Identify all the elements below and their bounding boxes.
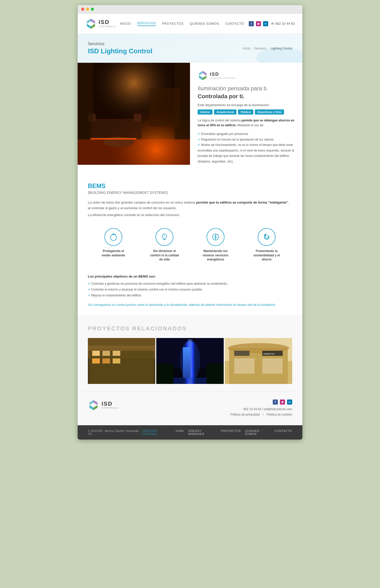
footer-bottom: © 2018 ISD · Ibérica | Diseño: Desarroll…	[78, 425, 302, 440]
svg-rect-32	[113, 351, 120, 356]
logo-area[interactable]: ISD CONTROLS	[85, 18, 115, 29]
content-desc: La lógica de control del sistema permite…	[198, 118, 295, 128]
tag-publico: Público	[238, 109, 253, 115]
svg-marker-19	[203, 76, 207, 80]
svg-marker-16	[203, 71, 207, 76]
content-image	[78, 63, 190, 172]
isd-lc-logo: ISD LIGHTING CONTROL	[198, 70, 295, 81]
svg-rect-30	[92, 351, 100, 356]
privacy-link[interactable]: Política de privacidad	[231, 412, 260, 418]
project-thumb-1[interactable]	[88, 338, 155, 384]
footer-nav-hvac[interactable]: HVAC	[176, 429, 184, 435]
footer-nav: LIGHTING CONTROL HVAC ENERGY MANAGER PRO…	[142, 429, 292, 435]
icon-sustainability: Fomentando la sostenibilidad y el ahorro	[251, 228, 282, 262]
svg-rect-39	[156, 364, 173, 384]
svg-point-46	[180, 341, 200, 381]
svg-rect-40	[207, 364, 224, 384]
maximize-dot[interactable]	[91, 8, 94, 11]
nav-links: INICIO SERVICIOS PROYECTOS QUIÉNES SOMOS…	[120, 21, 244, 26]
logo-isd: ISD	[99, 19, 115, 25]
footer-nav-lighting[interactable]: LIGHTING CONTROL	[142, 429, 172, 435]
tags-row: Interior Arquitectural Público Deportivo…	[198, 109, 295, 115]
svg-rect-8	[90, 119, 141, 139]
cookies-link[interactable]: Política de cookies	[267, 412, 292, 418]
nav-quienes[interactable]: QUIÉNES SOMOS	[190, 22, 219, 26]
svg-marker-0	[91, 19, 95, 24]
bems-section: BEMS (BUILDING ENERGY MANAGEMENT SYSTEMS…	[78, 172, 302, 315]
objective-3: Mejorar el mantenimiento del edificio.	[88, 293, 292, 298]
footer-facebook-icon[interactable]: f	[273, 399, 278, 405]
breadcrumb-servicios[interactable]: Servicios	[254, 47, 267, 50]
bems-intro: La unión de estos dos grandes campos de …	[88, 200, 292, 211]
footer-linkedin-icon[interactable]: in	[287, 399, 292, 405]
svg-rect-33	[92, 358, 100, 364]
check-item-1: Encendido apagado por presencia.	[198, 131, 295, 137]
facebook-icon[interactable]: f	[249, 21, 254, 26]
footer-nav-quienes[interactable]: QUIÉNES SOMOS	[245, 429, 270, 435]
page-hero: Servicios ISD Lighting Control Inicio › …	[78, 34, 302, 63]
minimize-dot[interactable]	[86, 8, 89, 11]
footer-nav-energy[interactable]: ENERGY MANAGER	[188, 429, 217, 435]
objectives-title: Los principales objetivos de un BEMS son…	[88, 274, 292, 278]
svg-rect-47	[173, 378, 207, 384]
breadcrumb-inicio[interactable]: Inicio	[243, 47, 250, 50]
nav-inicio[interactable]: INICIO	[120, 22, 131, 26]
email-icon: ✉	[271, 22, 274, 26]
footer-logo-text: ISD CONTROLS	[102, 401, 118, 409]
svg-rect-35	[113, 358, 120, 364]
svg-rect-31	[102, 351, 110, 356]
objectives-list: Controlar y gestionar los procesos de co…	[88, 281, 292, 298]
linkedin-icon[interactable]: in	[263, 21, 268, 26]
svg-marker-59	[89, 405, 93, 410]
svg-marker-57	[93, 400, 98, 405]
project-thumb-2[interactable]	[156, 338, 224, 384]
nav-social: f ◉ in	[249, 21, 268, 26]
svg-rect-10	[134, 114, 141, 121]
svg-marker-17	[199, 71, 203, 76]
breadcrumb-current: Lighting Control	[271, 47, 292, 50]
svg-rect-53	[262, 358, 283, 374]
objective-1: Controlar y gestionar los procesos de co…	[88, 281, 292, 287]
svg-point-20	[110, 234, 116, 241]
close-dot[interactable]	[81, 8, 84, 11]
footer-nav-proyectos[interactable]: PROYECTOS	[221, 429, 241, 435]
breadcrumb-sep2: ›	[268, 47, 269, 50]
svg-rect-7	[78, 139, 190, 165]
nav-proyectos[interactable]: PROYECTOS	[162, 22, 184, 26]
sustainability-icon	[258, 228, 276, 246]
footer-logo-isd: ISD	[102, 401, 118, 407]
bems-subtitle: (BUILDING ENERGY MANAGEMENT SYSTEMS)	[88, 191, 292, 195]
tag-arquitectural: Arquitectural	[214, 109, 236, 115]
logo-controls: CONTROLS	[99, 26, 115, 28]
environment-icon	[104, 228, 122, 246]
phone-number: 902 10 44 63	[275, 22, 295, 26]
isd-lc-sub: LIGHTING CONTROL	[210, 77, 236, 79]
logo-text: ISD CONTROLS	[99, 19, 115, 28]
footer-nav-contacto[interactable]: CONTACTO	[275, 429, 292, 435]
icon-environment: Protegiendo el medio ambiente	[98, 228, 129, 262]
footer-instagram-icon[interactable]: ◉	[280, 399, 285, 405]
projects-section: PROYECTOS RELACIONADOS	[78, 315, 302, 392]
room-photo	[78, 63, 190, 165]
svg-marker-2	[87, 24, 91, 29]
page-subtitle: Servicios	[88, 42, 292, 46]
nav-servicios[interactable]: SERVICIOS	[137, 21, 156, 26]
logo-icon	[85, 18, 97, 29]
svg-marker-1	[87, 19, 91, 24]
svg-marker-26	[215, 234, 217, 240]
instagram-icon[interactable]: ◉	[256, 21, 261, 26]
nav-contacto[interactable]: CONTACTO	[225, 22, 244, 26]
navbar: ISD CONTROLS INICIO SERVICIOS PROYECTOS …	[78, 14, 302, 34]
objective-2: Controlar el entorno y alcanzar el máxim…	[88, 287, 292, 293]
svg-marker-18	[199, 76, 203, 80]
icon-energy: Manteniendo los mismos servicios energét…	[200, 228, 231, 262]
hero-heading: Iluminación pensada para ti. Controlada …	[198, 85, 295, 101]
content-text: ISD LIGHTING CONTROL Iluminación pensada…	[190, 63, 302, 172]
svg-rect-12	[78, 63, 93, 139]
energy-icon	[207, 228, 224, 246]
phone-area: ✉ 902 10 44 63	[271, 22, 295, 26]
svg-marker-60	[93, 405, 98, 410]
project-thumb-3[interactable]: Madrid Sur	[225, 338, 292, 384]
footer-logo-area: ISD CONTROLS	[88, 399, 118, 411]
comfort-icon	[156, 228, 173, 246]
